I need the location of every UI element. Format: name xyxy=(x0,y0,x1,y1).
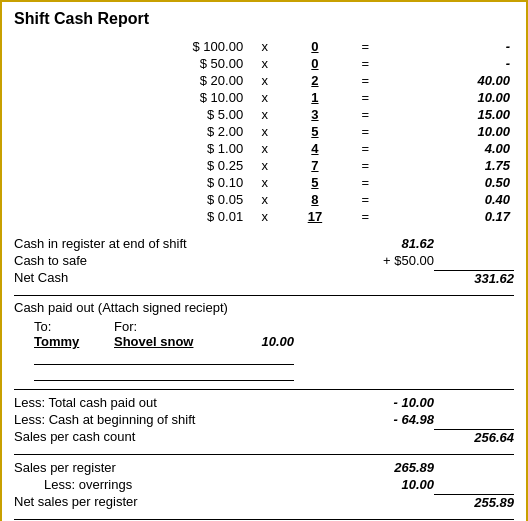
overrings-label: Less: overrings xyxy=(44,477,354,492)
net-cash-label: Net Cash xyxy=(14,270,354,286)
denomination-row: $ 10.00 x 1 = 10.00 xyxy=(94,89,514,106)
sales-cash-count-value: 256.64 xyxy=(434,429,514,445)
paid-out-row: Tommy Shovel snow 10.00 xyxy=(14,334,514,349)
denomination-row: $ 0.25 x 7 = 1.75 xyxy=(94,157,514,174)
denomination-row: $ 100.00 x 0 = - xyxy=(94,38,514,55)
net-sales-value: 255.89 xyxy=(434,494,514,510)
sales-register-value: 265.89 xyxy=(354,460,434,475)
net-sales-label: Net sales per register xyxy=(14,494,354,510)
denomination-row: $ 50.00 x 0 = - xyxy=(94,55,514,72)
cash-to-safe-label: Cash to safe xyxy=(14,253,354,268)
denomination-row: $ 5.00 x 3 = 15.00 xyxy=(94,106,514,123)
overrings-value: 10.00 xyxy=(354,477,434,492)
denomination-row: $ 1.00 x 4 = 4.00 xyxy=(94,140,514,157)
paid-out-to-header: To: xyxy=(34,319,114,334)
less-total-paid-label: Less: Total cash paid out xyxy=(14,395,354,410)
sales-cash-count-label: Sales per cash count xyxy=(14,429,354,445)
denomination-row: $ 2.00 x 5 = 10.00 xyxy=(94,123,514,140)
less-cash-beginning-value: - 64.98 xyxy=(354,412,434,427)
cash-in-register-label: Cash in register at end of shift xyxy=(14,236,354,251)
cash-to-safe-value: + $50.00 xyxy=(354,253,434,268)
paid-out-for-header: For: xyxy=(114,319,234,334)
less-cash-beginning-label: Less: Cash at beginning of shift xyxy=(14,412,354,427)
sales-register-label: Sales per register xyxy=(14,460,354,475)
page-title: Shift Cash Report xyxy=(14,10,514,28)
denomination-table: $ 100.00 x 0 = - $ 50.00 x 0 = - $ 20.00… xyxy=(94,38,514,225)
less-total-paid-value: - 10.00 xyxy=(354,395,434,410)
paid-out-amt-header xyxy=(234,319,294,334)
denomination-row: $ 20.00 x 2 = 40.00 xyxy=(94,72,514,89)
denomination-row: $ 0.01 x 17 = 0.17 xyxy=(94,208,514,225)
paid-out-label: Cash paid out (Attach signed reciept) xyxy=(14,300,228,315)
denomination-row: $ 0.10 x 5 = 0.50 xyxy=(94,174,514,191)
denomination-row: $ 0.05 x 8 = 0.40 xyxy=(94,191,514,208)
net-cash-value: 331.62 xyxy=(434,270,514,286)
cash-in-register-value: 81.62 xyxy=(354,236,434,251)
